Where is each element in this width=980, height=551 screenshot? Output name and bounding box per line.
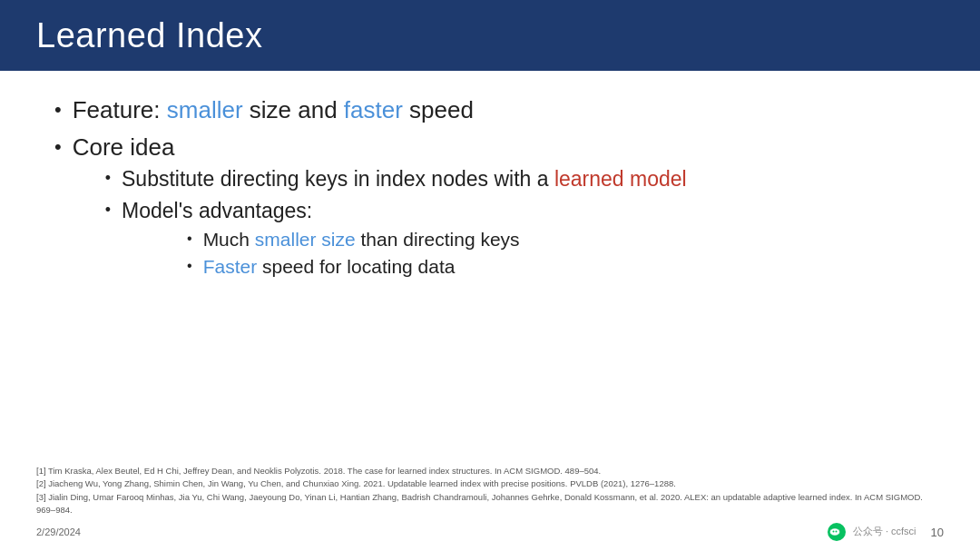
text-smaller-size: smaller size [255,229,356,250]
bullet-dot-1: • [54,98,62,122]
bullet-faster-speed-text: Faster speed for locating data [203,256,456,278]
text-smaller: smaller [167,96,243,123]
bullet-faster-speed: • Faster speed for locating data [187,256,520,278]
slide-footer: [1] Tim Kraska, Alex Beutel, Ed H Chi, J… [0,458,980,551]
bullet-core-idea: • Core idea • Substitute directing keys … [54,133,926,290]
bullet-dot-2: • [54,135,62,159]
bullet-model-advantages: • Model's advantages: • Much smaller siz… [105,199,687,283]
model-advantages-label: Model's advantages: [122,199,312,222]
bullet-dot-2-2: • [105,201,111,220]
core-idea-sub-items: • Substitute directing keys in index nod… [73,167,687,283]
slide-header: Learned Index [0,0,980,71]
slide: Learned Index • Feature: smaller size an… [0,0,980,551]
footer-bottom: 2/29/2024 公众号 · ccfsci 10 [36,522,944,542]
footnote-3: [3] Jialin Ding, Umar Farooq Minhas, Jia… [36,491,944,517]
footnotes: [1] Tim Kraska, Alex Beutel, Ed H Chi, J… [36,465,944,517]
bullet-substitute: • Substitute directing keys in index nod… [105,167,687,192]
slide-title: Learned Index [36,16,262,55]
bullet-smaller-size: • Much smaller size than directing keys [187,229,520,251]
svg-point-3 [832,531,834,533]
text-faster: faster [344,96,403,123]
text-faster-speed: Faster [203,256,258,277]
footer-page: 10 [931,526,944,539]
footer-right: 公众号 · ccfsci 10 [827,522,944,542]
footer-logo-text: 公众号 · ccfsci [827,522,916,542]
bullet-feature-text: Feature: smaller size and faster speed [73,96,474,124]
model-advantages-sub-items: • Much smaller size than directing keys … [122,229,520,278]
core-idea-content: Core idea • Substitute directing keys in… [73,133,687,290]
bullet-smaller-size-text: Much smaller size than directing keys [203,229,520,251]
core-idea-label: Core idea [73,133,175,161]
model-advantages-content: Model's advantages: • Much smaller size … [122,199,520,283]
wechat-icon [827,522,847,542]
footnote-2: [2] Jiacheng Wu, Yong Zhang, Shimin Chen… [36,477,944,490]
bullet-dot-2-1: • [105,169,111,188]
text-learned-model: learned model [554,167,687,191]
footnote-1: [1] Tim Kraska, Alex Beutel, Ed H Chi, J… [36,465,944,477]
slide-content: • Feature: smaller size and faster speed… [0,71,980,458]
footer-date: 2/29/2024 [36,526,81,537]
bullet-feature: • Feature: smaller size and faster speed [54,96,926,124]
svg-point-4 [835,531,837,533]
bullet-dot-3-2: • [187,258,192,274]
bullet-dot-3-1: • [187,231,192,247]
bullet-substitute-text: Substitute directing keys in index nodes… [122,167,687,192]
